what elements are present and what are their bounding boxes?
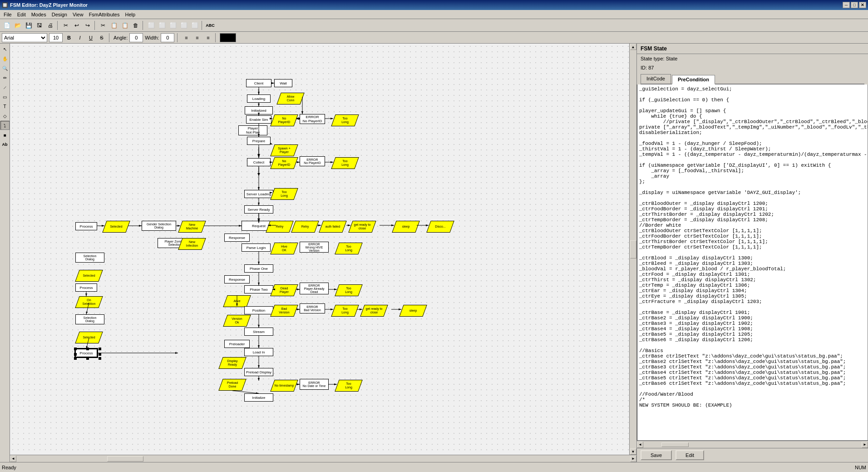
open-button[interactable]: 📂 (13, 20, 23, 30)
code-scroll-left[interactable]: ◄ (637, 442, 643, 448)
pan-tool[interactable]: ✋ (0, 54, 10, 63)
node-disco[interactable]: Disco... (429, 221, 452, 233)
code-scroll-thumb[interactable] (661, 442, 689, 447)
zoom-tool[interactable]: 🔍 (0, 64, 10, 73)
handle-mr[interactable] (99, 353, 101, 356)
connect-tool[interactable]: ⤵ (0, 121, 10, 130)
width-input[interactable] (161, 33, 174, 42)
node-too-long-5[interactable]: TooLong (337, 284, 360, 296)
node-dead-player[interactable]: DeadPlayer (272, 284, 296, 296)
node-retry-1[interactable]: Retry (268, 221, 291, 233)
node-too-long-7[interactable]: TooLong (337, 380, 360, 392)
canvas-vertical-scrollbar[interactable]: ▲ ▼ (629, 44, 636, 455)
handle-br[interactable] (99, 357, 101, 360)
handle-ml[interactable] (74, 353, 77, 356)
tab-precondition[interactable]: PreCondition (672, 75, 715, 84)
align-left-button[interactable]: ≡ (182, 33, 191, 42)
node-get-ready-close[interactable]: get ready to close (350, 221, 374, 233)
node-spawn-player[interactable]: Spawn +Player (272, 144, 296, 156)
node-stream[interactable]: Stream (244, 328, 273, 336)
save-code-button[interactable]: Save (641, 450, 672, 460)
scroll-up-button[interactable]: ▲ (630, 44, 636, 50)
shape-tool[interactable]: ◇ (0, 111, 10, 120)
node-error-already-dead[interactable]: ERRORPlayer AlreadyDead (300, 283, 329, 294)
handle-tl[interactable] (74, 348, 77, 350)
abc-button[interactable]: ABC (205, 20, 215, 30)
node-process-2[interactable]: Process (75, 283, 97, 292)
tool3-button[interactable]: ⬜ (168, 20, 178, 30)
node-on-selection[interactable]: OnSelection (77, 296, 101, 308)
node-too-long-4[interactable]: TooLong (337, 243, 360, 254)
node-phase-one[interactable]: Phase One (244, 264, 273, 273)
node-hive-ok[interactable]: HiveOK (272, 243, 296, 254)
cut2-button[interactable]: ✂ (98, 20, 108, 30)
node-auth-failed[interactable]: auth failed (321, 221, 345, 233)
scroll-thumb-h[interactable] (107, 456, 143, 462)
handle-bm[interactable] (86, 357, 89, 360)
scroll-left-button[interactable]: ◄ (10, 456, 16, 462)
node-allow-conn[interactable]: AllowConn (279, 93, 302, 104)
node-preload-display[interactable]: Preload Display (244, 368, 273, 376)
draw-tool[interactable]: ✏ (0, 73, 10, 82)
node-server-ready[interactable]: Server Ready (244, 205, 273, 214)
tool5-button[interactable]: ⬜ (190, 20, 200, 30)
node-preloader[interactable]: Preloader (224, 340, 250, 348)
node-error-noplayerid-1[interactable]: ERRORNo PlayerID (300, 114, 325, 124)
node-initialized[interactable]: Initialized (245, 106, 273, 114)
tool4-button[interactable]: ⬜ (179, 20, 189, 30)
node-selected-1[interactable]: Selected (104, 221, 128, 233)
node-no-playerid-2[interactable]: NoPlayerID (272, 157, 296, 169)
node-parse-login[interactable]: Parse Login (242, 243, 271, 252)
rect-tool[interactable]: ▭ (0, 92, 10, 101)
node-get-ready-close-2[interactable]: get ready to close (362, 305, 386, 317)
node-enable-sim[interactable]: Enable Sim (246, 115, 271, 124)
code-horizontal-scrollbar[interactable]: ◄ ► (637, 441, 868, 448)
menu-modes[interactable]: Modes (29, 11, 49, 18)
node-too-long-6[interactable]: TooLong (333, 305, 357, 317)
handle-tm[interactable] (86, 348, 89, 350)
node-loading[interactable]: Loading (247, 94, 271, 103)
tool-ab[interactable]: Ab (0, 140, 10, 149)
node-initialize[interactable]: Initialize (244, 393, 273, 402)
node-sleep-2[interactable]: sleep (401, 305, 425, 317)
new-button[interactable]: 📄 (2, 20, 12, 30)
redo-button[interactable]: ↪ (83, 20, 93, 30)
text-tool[interactable]: T (0, 102, 10, 111)
node-collect[interactable]: Collect (247, 158, 271, 166)
angle-input[interactable] (129, 33, 143, 42)
node-selection-dialog[interactable]: SelectionDialog (75, 253, 104, 263)
menu-file[interactable]: File (1, 11, 15, 18)
tab-initcode[interactable]: InitCode (641, 74, 671, 84)
scroll-thumb-v[interactable] (630, 240, 636, 258)
handle-tr[interactable] (99, 348, 101, 350)
menu-design[interactable]: Design (49, 11, 70, 18)
node-error-bad-version[interactable]: ERRORBad Version (300, 303, 325, 313)
node-phase-two[interactable]: Phase Two (244, 285, 273, 293)
print-button[interactable]: 🖨 (45, 20, 55, 30)
menu-edit[interactable]: Edit (15, 11, 29, 18)
line-tool[interactable]: ⟋ (0, 83, 10, 92)
menu-fsmattributes[interactable]: FsmAttributes (86, 11, 123, 18)
node-too-long-2[interactable]: TooLong (333, 157, 357, 169)
align-center-button[interactable]: ≡ (192, 33, 202, 42)
saveas-button[interactable]: 🖫 (35, 20, 44, 30)
canvas-horizontal-scrollbar[interactable]: ◄ ► (10, 455, 636, 462)
close-button[interactable]: ✕ (859, 2, 866, 8)
node-bad-version[interactable]: BadVersion (272, 305, 296, 317)
node-too-long-3[interactable]: TooLong (272, 188, 296, 200)
menu-help[interactable]: Help (123, 11, 138, 18)
node-gender-selection[interactable]: Gender SelectionDialog (142, 221, 176, 231)
node-new-infection[interactable]: NewInfection (180, 238, 204, 250)
node-position[interactable]: Position (244, 306, 273, 314)
save-button[interactable]: 💾 (24, 20, 34, 30)
tool2-button[interactable]: ⬜ (157, 20, 167, 30)
menu-view[interactable]: View (70, 11, 86, 18)
node-response-1[interactable]: Response (224, 234, 250, 242)
node-wait[interactable]: Wait (274, 79, 292, 87)
node-error-wrong-hive[interactable]: ERRORWrong HIVEVersion (300, 242, 329, 253)
node-no-playerid-1[interactable]: NoPlayerID (272, 114, 296, 126)
code-editor[interactable]: _guiSelection = dayz_selectGui; if (_gui… (637, 84, 868, 441)
node-server-loading[interactable]: Server Loading (244, 190, 273, 198)
node-process-1[interactable]: Process (75, 222, 97, 230)
node-error-noplayerid-2[interactable]: ERRORNo PlayerID (300, 156, 325, 166)
